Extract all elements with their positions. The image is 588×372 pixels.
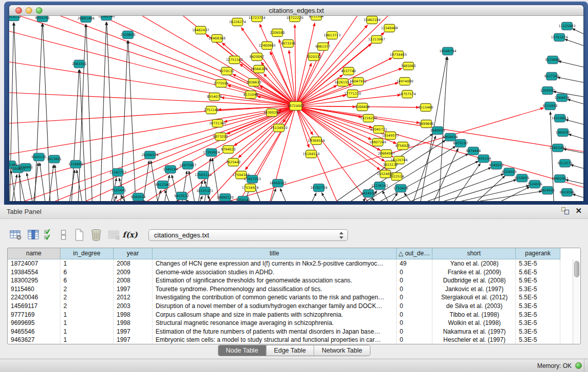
graph-edge[interactable] [212,158,219,201]
table-cell-name[interactable]: 18300295 [8,276,60,285]
table-cell-name[interactable]: 22420046 [8,293,60,302]
table-cell-name[interactable]: 18724007 [8,259,60,268]
table-cell-in_degree[interactable]: 1 [60,336,114,344]
table-cell-short[interactable]: Dudbridge et al. (2008) [432,276,516,285]
graph-edge[interactable] [296,23,315,106]
table-cell-out_degree[interactable]: 0 [397,276,432,285]
graph-edge[interactable] [569,134,583,139]
table-cell-year[interactable]: 1998 [114,311,153,319]
graph-edge[interactable] [9,106,296,185]
table-cell-in_degree[interactable]: 6 [60,268,114,277]
table-cell-pagerank[interactable]: 5.3E-5 [516,336,560,344]
table-cell-in_degree[interactable]: 1 [60,259,114,268]
table-cell-out_degree[interactable]: 0 [397,285,432,294]
table-row[interactable]: 2242004622012Investigating the contribut… [8,293,573,302]
scrollbar-thumb[interactable] [574,261,579,277]
table-cell-title[interactable]: Embryonic stem cells: a model to study s… [153,336,397,344]
select-columns-icon[interactable] [25,228,42,242]
table-cell-in_degree[interactable]: 1 [60,327,114,336]
table-cell-pagerank[interactable]: 5.3E-5 [516,319,560,327]
network-graph-canvas[interactable]: 1948243722408368127515423270111277559185… [9,16,583,201]
table-cell-name[interactable]: 9777169 [8,311,60,319]
network-window-titlebar[interactable]: citations_edges.txt [9,5,583,16]
close-window-button[interactable] [15,7,22,14]
graph-edge[interactable] [392,193,398,201]
table-cell-year[interactable]: 1997 [114,336,153,344]
apply-checks-icon[interactable] [42,228,56,242]
table-settings-icon[interactable] [7,228,25,242]
zoom-window-button[interactable] [36,7,42,14]
graph-edge[interactable] [115,195,117,201]
table-cell-year[interactable]: 2012 [114,293,153,302]
graph-edge[interactable] [363,198,365,201]
table-cell-pagerank[interactable]: 5.5E-5 [516,293,560,302]
memory-ok-indicator[interactable] [575,362,582,369]
graph-edge[interactable] [151,161,158,201]
table-cell-short[interactable]: Yano et al. (2008) [432,259,516,268]
graph-edge[interactable] [296,41,329,106]
table-cell-year[interactable]: 1997 [114,327,153,336]
tab-edge-table[interactable]: Edge Table [266,345,313,356]
table-cell-year[interactable]: 2003 [114,302,153,311]
table-cell-short[interactable]: Tibbo et al. (1998) [432,311,516,319]
table-cell-name[interactable]: 14569117 [8,302,60,311]
column-header-name[interactable]: name [8,248,60,259]
table-cell-out_degree[interactable]: 0 [397,302,432,311]
table-cell-title[interactable]: Tourette syndrome. Phenomenology and cla… [153,285,397,294]
column-header-year[interactable]: year [114,248,153,259]
table-row[interactable]: 911546021997Tourette syndrome. Phenomeno… [8,285,573,294]
table-cell-out_degree[interactable]: 49 [397,259,432,268]
graph-edge[interactable] [480,191,542,201]
graph-edge[interactable] [189,171,194,201]
graph-edge[interactable] [86,24,92,201]
column-header-title[interactable]: title [153,248,397,259]
close-panel-icon[interactable]: ✕ [575,207,582,214]
table-cell-name[interactable]: 9463627 [8,336,60,344]
table-cell-year[interactable]: 2008 [114,259,153,268]
table-cell-short[interactable]: Hescheler et al. (1997) [432,336,516,344]
table-cell-title[interactable]: Structural magnetic resonance image aver… [153,319,397,327]
graph-edge[interactable] [128,40,136,201]
table-cell-pagerank[interactable]: 5.3E-5 [516,311,560,319]
row-options-icon[interactable] [56,228,71,242]
graph-edge[interactable] [568,99,583,104]
column-header-in_degree[interactable]: in_degree [60,248,114,259]
table-cell-year[interactable]: 2009 [114,268,153,277]
function-builder-icon[interactable]: f(x) [123,228,137,242]
table-row[interactable]: 1456911722003Disruption of a novel membe… [8,302,573,311]
table-row[interactable]: 1872400712008Changes of HCN gene express… [8,259,573,268]
table-row[interactable]: 946554611997Estimation of the future num… [8,327,573,336]
graph-edge[interactable] [564,39,583,46]
graph-edge[interactable] [279,39,296,106]
table-cell-pagerank[interactable]: 5.3E-5 [516,285,560,294]
table-cell-out_degree[interactable]: 0 [397,293,432,302]
graph-edge[interactable] [572,29,583,34]
graph-edge[interactable] [434,148,458,201]
graph-edge[interactable] [558,61,583,67]
table-cell-out_degree[interactable]: 0 [397,336,432,344]
graph-edge[interactable] [295,25,296,106]
table-row[interactable]: 946362711997Embryonic stem cells: a mode… [8,336,573,344]
table-cell-title[interactable]: Investigating the contribution of common… [153,293,397,302]
graph-edge[interactable] [14,23,20,201]
table-cell-out_degree[interactable]: 0 [397,268,432,277]
delete-column-icon[interactable] [88,228,105,242]
graph-edge[interactable] [557,77,583,82]
network-table-select[interactable]: citations_edges.txt [148,229,348,241]
table-cell-pagerank[interactable]: 5.9E-5 [516,276,560,285]
table-cell-title[interactable]: Changes of HCN gene expression and I(f) … [153,259,397,268]
table-cell-in_degree[interactable]: 2 [60,285,114,294]
tab-node-table[interactable]: Node Table [218,345,266,356]
graph-edge[interactable] [454,163,481,201]
table-cell-short[interactable]: Stergiakouli et al. (2012) [432,293,516,302]
table-cell-pagerank[interactable]: 5.3E-5 [516,302,560,311]
graph-edge[interactable] [49,165,54,201]
table-cell-name[interactable]: 9699695 [8,319,60,327]
table-cell-name[interactable]: 19384554 [8,268,60,277]
tab-network-table[interactable]: Network Table [314,345,370,356]
table-cell-year[interactable]: 2008 [114,276,153,285]
minimize-window-button[interactable] [26,7,32,14]
table-cell-out_degree[interactable]: 0 [397,319,432,327]
graph-edge[interactable] [55,106,296,201]
table-cell-title[interactable]: Corpus callosum shape and size in male p… [153,311,397,319]
